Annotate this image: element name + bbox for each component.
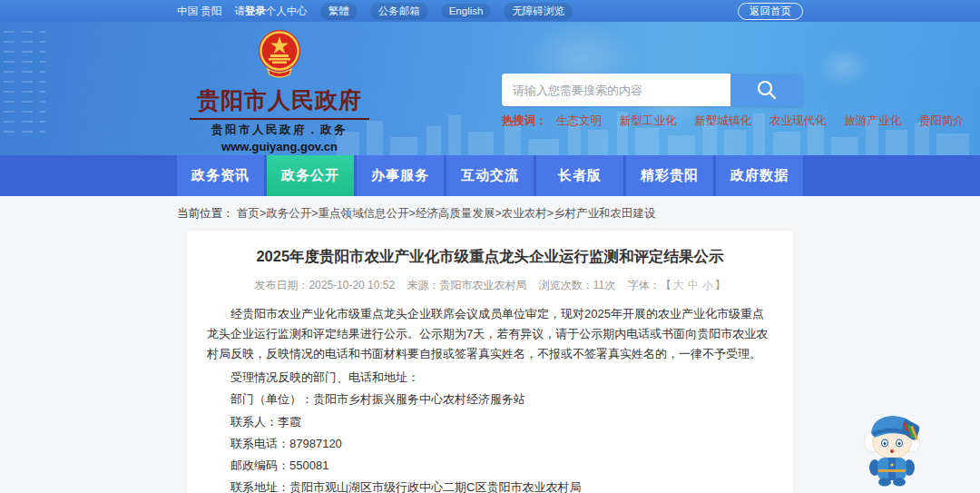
site-logo[interactable]: 贵阳市人民政府 贵阳市人民政府．政务 www.guiyang.gov.cn: [184, 27, 375, 153]
nav-tab-zhengwu-zixun[interactable]: 政务资讯: [177, 155, 264, 196]
article-card: 2025年度贵阳市农业产业化市级重点龙头企业运行监测和评定结果公示 发布日期：2…: [186, 230, 794, 493]
nav-tab-zhengfu-shuju[interactable]: 政府数据: [716, 155, 803, 196]
article-paragraph-contact: 联系人：李霞: [207, 413, 773, 431]
assistant-mascot[interactable]: [860, 408, 924, 488]
nav-tab-zhengwu-gongkai[interactable]: 政务公开: [267, 155, 354, 196]
article-paragraph-postcode: 邮政编码：550081: [207, 457, 773, 475]
search-icon: [755, 78, 779, 102]
breadcrumb-label: 当前位置：: [177, 207, 234, 220]
breadcrumb-home[interactable]: 首页: [237, 207, 260, 220]
hot-word-link[interactable]: 农业现代化: [769, 113, 827, 129]
hot-word-link[interactable]: 生态文明: [556, 113, 602, 129]
article-paragraph-address: 联系地址：贵阳市观山湖区市级行政中心二期C区贵阳市农业农村局: [207, 478, 773, 493]
breadcrumb-zhengwu-gongkai[interactable]: 政务公开: [266, 207, 311, 220]
breadcrumb-key-info[interactable]: 重点领域信息公开: [318, 207, 409, 220]
article-paragraph-phone: 联系电话：87987120: [207, 435, 773, 453]
official-mail-link[interactable]: 公务邮箱: [370, 3, 428, 20]
search-input[interactable]: [502, 74, 730, 106]
hot-search-label: 热搜词：: [502, 113, 547, 129]
breadcrumb-separator: >: [547, 207, 554, 220]
breadcrumb-separator: >: [409, 207, 416, 220]
search-button[interactable]: [730, 74, 803, 106]
breadcrumb-agriculture[interactable]: 农业农村: [502, 207, 547, 220]
site-url: www.guiyang.gov.cn: [184, 140, 375, 153]
article-source: 来源：贵阳市农业农村局: [407, 279, 526, 291]
nav-tab-banshi-fuwu[interactable]: 办事服务: [357, 155, 444, 196]
traditional-chinese-link[interactable]: 繁體: [320, 3, 358, 20]
article-meta: 发布日期：2025-10-20 10:52 来源：贵阳市农业农村局 浏览次数：1…: [207, 278, 773, 293]
hot-search-row: 热搜词： 生态文明 新型工业化 新型城镇化 农业现代化 旅游产业化 贵阳简介: [502, 113, 803, 129]
font-size-label: 字体：【: [628, 279, 671, 291]
main-navigation: 政务资讯 政务公开 办事服务 互动交流 长者版 精彩贵阳 政府数据: [0, 155, 980, 196]
site-subtitle: 贵阳市人民政府．政务: [184, 123, 375, 138]
site-header: 贵阳市人民政府 贵阳市人民政府．政务 www.guiyang.gov.cn 热搜…: [0, 22, 980, 155]
font-size-medium-button[interactable]: 中: [688, 279, 699, 291]
nav-tab-zhangzheban[interactable]: 长者版: [536, 155, 623, 196]
back-home-button[interactable]: 返回首页: [738, 3, 803, 20]
publish-date: 发布日期：2025-10-20 10:52: [254, 279, 395, 291]
hot-word-link[interactable]: 旅游产业化: [845, 113, 902, 129]
breadcrumb-separator: >: [495, 207, 501, 220]
logo-divider: [190, 118, 369, 120]
article-body: 经贵阳市农业产业化市级重点龙头企业联席会议成员单位审定，现对2025年开展的农业…: [207, 304, 773, 493]
national-emblem-icon: [255, 27, 304, 80]
breadcrumb: 当前位置： 首页>政务公开>重点领域信息公开>经济高质量发展>农业农村>乡村产业…: [177, 206, 803, 222]
font-size-bracket: 】: [715, 279, 726, 291]
article-paragraph: 受理情况反映的部门、电话和地址：: [207, 369, 773, 387]
region-link[interactable]: 中国 贵阳: [177, 5, 221, 18]
article-paragraph-department: 部门（单位）：贵阳市乡村振兴服务中心农村经济服务站: [207, 390, 773, 409]
hot-word-link[interactable]: 贵阳简介: [919, 113, 965, 129]
breadcrumb-rural-industry[interactable]: 乡村产业和农田建设: [554, 207, 656, 220]
font-size-large-button[interactable]: 大: [673, 279, 684, 291]
nav-tab-jingcai-guiyang[interactable]: 精彩贵阳: [626, 155, 713, 196]
top-utility-bar: 中国 贵阳 请登录个人中心 繁體 公务邮箱 English 无障碍浏览 返回首页: [0, 0, 980, 22]
hot-word-link[interactable]: 新型城镇化: [695, 113, 752, 129]
nav-tab-hudong-jiaoliu[interactable]: 互动交流: [446, 155, 534, 196]
accessibility-link[interactable]: 无障碍浏览: [504, 3, 573, 20]
login-personal-center-link[interactable]: 请登录个人中心: [234, 5, 308, 18]
view-count: 浏览次数：11次: [539, 279, 615, 291]
article-title: 2025年度贵阳市农业产业化市级重点龙头企业运行监测和评定结果公示: [207, 247, 773, 267]
mascot-icon: [860, 408, 924, 488]
decorative-dashes: [4, 31, 45, 140]
breadcrumb-economy[interactable]: 经济高质量发展: [416, 207, 495, 220]
hot-word-link[interactable]: 新型工业化: [620, 113, 677, 129]
english-link[interactable]: English: [441, 4, 492, 18]
font-size-small-button[interactable]: 小: [702, 279, 713, 291]
article-paragraph: 经贵阳市农业产业化市级重点龙头企业联席会议成员单位审定，现对2025年开展的农业…: [207, 304, 773, 364]
breadcrumb-separator: >: [311, 207, 318, 220]
site-title: 贵阳市人民政府: [184, 85, 375, 115]
search-area: 热搜词： 生态文明 新型工业化 新型城镇化 农业现代化 旅游产业化 贵阳简介: [502, 74, 803, 129]
